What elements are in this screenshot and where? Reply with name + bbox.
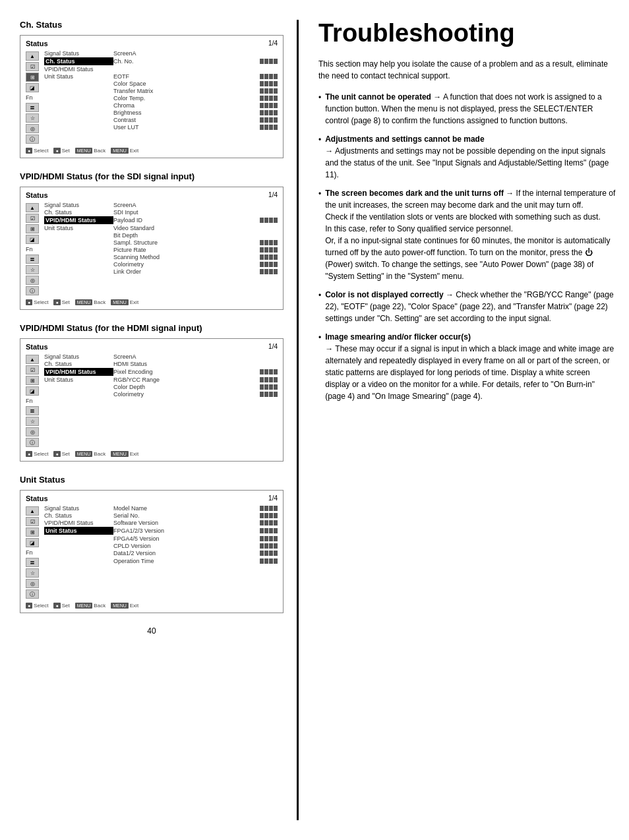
bullet-content-5: Image smearing and/or flicker occur(s) →… xyxy=(325,331,616,402)
bullet-list: • The unit cannot be operated → A functi… xyxy=(318,91,616,402)
sidebar-icon-info: ⓘ xyxy=(26,135,39,144)
unit-status-section: Unit Status Status 1/4 ▲ ☑ ⊞ ◪ Fn 〓 ☆ ◎ … xyxy=(20,475,284,613)
row-colorspace: Color Space xyxy=(44,80,278,87)
vpid-sdi-heading: VPID/HDMI Status (for the SDI signal inp… xyxy=(20,171,284,181)
sidebar-1: ▲ ☑ ⊞ ◪ Fn 〓 ☆ ◎ ⓘ xyxy=(26,50,44,144)
row-brightness: Brightness xyxy=(44,109,278,116)
row-transfermatrix: Transfer Matrix xyxy=(44,88,278,94)
vpid-hdmi-heading: VPID/HDMI Status (for the HDMI signal in… xyxy=(20,323,284,333)
sidebar-icon-circle: ◎ xyxy=(26,124,39,133)
right-column: Troubleshooting This section may help yo… xyxy=(297,20,616,820)
bullet-content-4: Color is not displayed correctly → Check… xyxy=(325,289,616,324)
fn-label-1: Fn xyxy=(26,94,44,102)
label-signal: Signal Status xyxy=(44,50,113,57)
sidebar-icon-eq: 〓 xyxy=(26,103,39,112)
page-title: Troubleshooting xyxy=(318,20,616,47)
bars-ch xyxy=(260,59,278,64)
bullet-content-1: The unit cannot be operated → A function… xyxy=(325,91,616,127)
counter-3: 1/4 xyxy=(268,343,278,350)
sidebar-icon-check: ☑ xyxy=(26,62,39,71)
intro-text: This section may help you isolate the ca… xyxy=(318,58,616,82)
row-signal-status-1: Signal Status ScreenA xyxy=(44,50,278,57)
row-colortemp: Color Temp. xyxy=(44,95,278,102)
sidebar-icon-screen: ◪ xyxy=(26,83,39,92)
bullet-dot-2: • xyxy=(318,134,321,181)
ch-status-section: Ch. Status Status 1/4 ▲ ☑ ⊞ ◪ Fn 〓 ☆ ◎ ⓘ xyxy=(20,20,284,158)
sidebar-icon-grid: ⊞ xyxy=(26,73,39,82)
status-box-title-1: Status xyxy=(26,40,278,47)
ch-status-heading: Ch. Status xyxy=(20,20,284,30)
bullet-dot-4: • xyxy=(318,289,321,324)
row-unit-1: Unit Status EOTF xyxy=(44,73,278,80)
list-item: • Adjustments and settings cannot be mad… xyxy=(318,133,616,181)
list-item: • The unit cannot be operated → A functi… xyxy=(318,91,616,127)
status-main-1: Signal Status ScreenA Ch. Status Ch. No.… xyxy=(44,50,278,144)
label-ch: Ch. Status xyxy=(44,57,113,65)
ch-status-box: Status 1/4 ▲ ☑ ⊞ ◪ Fn 〓 ☆ ◎ ⓘ xyxy=(20,35,284,158)
label-unit: Unit Status xyxy=(44,73,113,80)
sidebar-icon-star: ☆ xyxy=(26,113,39,123)
vpid-hdmi-box: Status 1/4 ▲ ☑ ⊞ ◪ Fn 〓 ☆ ◎ ⓘ xyxy=(20,338,284,462)
val-signal: ScreenA xyxy=(113,50,278,57)
vpid-sdi-box: Status 1/4 ▲ ☑ ⊞ ◪ Fn 〓 ☆ ◎ ⓘ xyxy=(20,187,284,310)
sidebar-icon-upload: ▲ xyxy=(26,51,39,61)
list-item: • Color is not displayed correctly → Che… xyxy=(318,289,616,324)
vpid-sdi-section: VPID/HDMI Status (for the SDI signal inp… xyxy=(20,171,284,310)
row-userlut: User LUT xyxy=(44,124,278,131)
row-contrast: Contrast xyxy=(44,117,278,123)
label-vpid: VPID/HDMI Status xyxy=(44,66,113,73)
bullet-dot-1: • xyxy=(318,92,321,127)
val-eotf: EOTF xyxy=(113,73,260,80)
status-content-1: ▲ ☑ ⊞ ◪ Fn 〓 ☆ ◎ ⓘ Signal Status ScreenA xyxy=(26,50,278,144)
bullet-content-2: Adjustments and settings cannot be made … xyxy=(325,133,616,181)
row-chroma: Chroma xyxy=(44,102,278,109)
page-number: 40 xyxy=(20,626,284,636)
bullet-dot-3: • xyxy=(318,188,321,282)
bars-eotf xyxy=(260,74,278,79)
bullet-content-3: The screen becomes dark and the unit tur… xyxy=(325,187,616,282)
counter-2: 1/4 xyxy=(268,191,278,198)
list-item: • The screen becomes dark and the unit t… xyxy=(318,187,616,282)
counter-1: 1/4 xyxy=(268,40,278,47)
bullet-dot-5: • xyxy=(318,332,321,402)
left-column: Ch. Status Status 1/4 ▲ ☑ ⊞ ◪ Fn 〓 ☆ ◎ ⓘ xyxy=(20,20,297,820)
row-vpid-1: VPID/HDMI Status xyxy=(44,66,278,73)
counter-4: 1/4 xyxy=(268,495,278,502)
footer-1: ●Select ●Set MENUBack MENUExit xyxy=(26,148,278,154)
list-item: • Image smearing and/or flicker occur(s)… xyxy=(318,331,616,402)
unit-status-box: Status 1/4 ▲ ☑ ⊞ ◪ Fn 〓 ☆ ◎ ⓘ xyxy=(20,490,284,613)
unit-status-heading: Unit Status xyxy=(20,475,284,485)
vpid-hdmi-section: VPID/HDMI Status (for the HDMI signal in… xyxy=(20,323,284,462)
val-ch: Ch. No. xyxy=(113,58,260,65)
row-ch-status-1: Ch. Status Ch. No. xyxy=(44,57,278,65)
